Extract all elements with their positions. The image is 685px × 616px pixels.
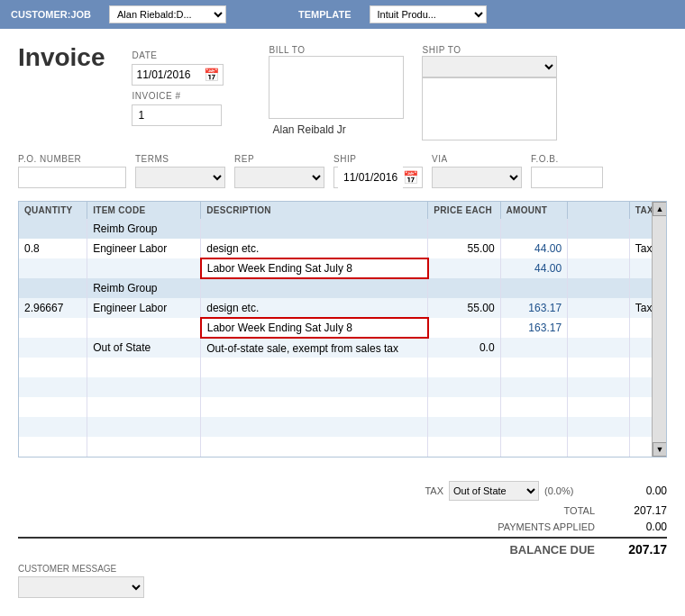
terms-label: TERMS [135, 154, 225, 164]
table-row[interactable]: Labor Week Ending Sat July 8 163.17 [19, 318, 666, 338]
template-label: TEMPLATE [298, 9, 351, 20]
row-price [428, 437, 500, 457]
row-desc: Labor Week Ending Sat July 8 [201, 318, 428, 338]
table-row[interactable] [19, 417, 666, 437]
date-input-wrapper[interactable]: 📅 [132, 64, 224, 86]
terms-select[interactable] [135, 167, 225, 188]
row-amount [500, 397, 567, 417]
row-amount: 163.17 [500, 318, 567, 338]
row-extra [568, 417, 630, 437]
bill-to-textarea[interactable] [269, 56, 404, 119]
table-row[interactable]: 0.8 Engineer Labor design etc. 55.00 44.… [19, 239, 666, 258]
fob-input[interactable] [531, 167, 603, 188]
row-qty [19, 397, 87, 417]
payments-row: PAYMENTS APPLIED 0.00 [18, 521, 667, 533]
row-qty: 0.8 [19, 239, 87, 258]
total-amount: 207.17 [604, 504, 667, 517]
row-price: 55.00 [428, 298, 500, 318]
table-row[interactable] [19, 377, 666, 397]
table-row[interactable] [19, 358, 666, 377]
row-amount [500, 437, 567, 457]
col-header-item-code: ITEM CODE [87, 202, 201, 219]
row-price [428, 278, 500, 298]
row-item [87, 377, 201, 397]
top-bar: CUSTOMER:JOB Alan Riebald:D... TEMPLATE … [0, 0, 685, 29]
table-row[interactable]: Labor Week Ending Sat July 8 44.00 [19, 258, 666, 278]
customer-job-select[interactable]: Alan Riebald:D... [109, 5, 226, 23]
row-item [87, 397, 201, 417]
customer-msg-label: CUSTOMER MESSAGE [18, 564, 667, 574]
row-extra [568, 338, 630, 358]
row-extra [568, 377, 630, 397]
total-label: TOTAL [487, 505, 595, 516]
tax-row: TAX Out of State (0.0%) 0.00 [18, 481, 667, 501]
invoice-num-input[interactable] [132, 104, 222, 126]
scroll-up-arrow[interactable]: ▲ [653, 202, 667, 216]
row-price [428, 358, 500, 377]
bill-to-section: BILL TO Alan Reibald Jr [269, 43, 404, 143]
row-amount [500, 417, 567, 437]
row-qty [19, 338, 87, 358]
row-amount [500, 278, 567, 298]
via-select[interactable] [432, 167, 522, 188]
row-price [428, 258, 500, 278]
row-item [87, 437, 201, 457]
row-amount: 44.00 [500, 258, 567, 278]
rep-select[interactable] [234, 167, 324, 188]
ship-calendar-icon[interactable]: 📅 [403, 170, 418, 185]
row-amount [500, 377, 567, 397]
tax-footer-label: TAX [425, 485, 443, 496]
row-price [428, 397, 500, 417]
ship-date-field: SHIP 📅 [333, 154, 423, 188]
customer-job-select-wrapper[interactable]: Alan Riebald:D... [109, 5, 226, 23]
ship-to-label: SHIP TO [422, 45, 461, 55]
table-row[interactable] [19, 397, 666, 417]
tax-amount: 0.00 [595, 485, 667, 497]
col-header-amount: AMOUNT [500, 202, 567, 219]
via-label: VIA [432, 154, 522, 164]
ship-date-wrapper[interactable]: 📅 [333, 167, 423, 188]
row-price [428, 377, 500, 397]
row-qty [19, 278, 87, 298]
tax-select[interactable]: Out of State [449, 481, 539, 501]
table-row[interactable] [19, 437, 666, 457]
template-select-wrapper[interactable]: Intuit Produ... [370, 5, 487, 23]
table-row[interactable]: Reimb Group [19, 219, 666, 239]
ship-date-input[interactable] [338, 167, 403, 188]
table-scrollbar[interactable]: ▲ ▼ [652, 202, 666, 457]
bill-to-label: BILL TO [269, 45, 305, 55]
table-row[interactable]: 2.96667 Engineer Labor design etc. 55.00… [19, 298, 666, 318]
row-item: Reimb Group [87, 219, 201, 239]
row-extra [568, 358, 630, 377]
row-extra [568, 437, 630, 457]
row-desc: Out-of-state sale, exempt from sales tax [201, 338, 428, 358]
date-input[interactable] [136, 68, 204, 81]
row-desc [201, 437, 428, 457]
po-number-input[interactable] [18, 167, 126, 188]
row-qty [19, 219, 87, 239]
row-price: 55.00 [428, 239, 500, 258]
ship-to-section: SHIP TO [422, 43, 557, 143]
row-price [428, 318, 500, 338]
payments-label: PAYMENTS APPLIED [487, 521, 595, 532]
table-row[interactable]: Out of State Out-of-state sale, exempt f… [19, 338, 666, 358]
page-title: Invoice [18, 43, 105, 72]
col-header-quantity: QUANTITY [19, 202, 87, 219]
ship-to-textarea[interactable] [422, 77, 557, 140]
rep-field: REP [234, 154, 324, 188]
row-desc [201, 377, 428, 397]
calendar-icon[interactable]: 📅 [204, 68, 219, 82]
ship-label: SHIP [333, 154, 423, 164]
row-qty: 2.96667 [19, 298, 87, 318]
customer-msg-select[interactable] [18, 576, 144, 598]
row-item [87, 358, 201, 377]
scroll-down-arrow[interactable]: ▼ [653, 442, 667, 457]
table-row[interactable]: Reimb Group [19, 278, 666, 298]
bill-ship-section: BILL TO Alan Reibald Jr SHIP TO [269, 43, 557, 143]
row-amount [500, 219, 567, 239]
row-desc: design etc. [201, 298, 428, 318]
row-desc: Labor Week Ending Sat July 8 [201, 258, 428, 278]
ship-to-select[interactable] [422, 56, 557, 77]
row-item [87, 417, 201, 437]
template-select[interactable]: Intuit Produ... [370, 5, 487, 23]
